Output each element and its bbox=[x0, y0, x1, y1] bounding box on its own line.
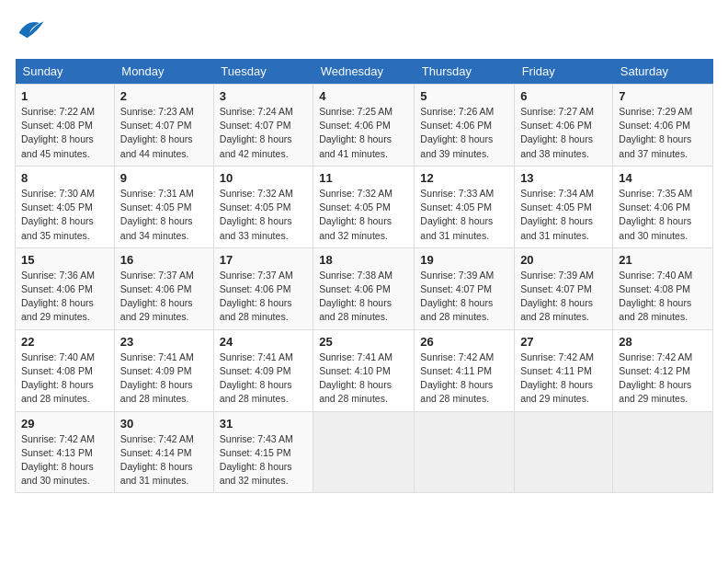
logo-icon bbox=[15, 15, 48, 48]
day-info: Sunrise: 7:32 AMSunset: 4:05 PMDaylight:… bbox=[319, 187, 408, 243]
column-header-wednesday: Wednesday bbox=[313, 59, 415, 85]
day-number: 16 bbox=[120, 253, 208, 267]
calendar-cell: 22Sunrise: 7:40 AMSunset: 4:08 PMDayligh… bbox=[16, 329, 115, 411]
calendar-cell: 3Sunrise: 7:24 AMSunset: 4:07 PMDaylight… bbox=[213, 85, 313, 167]
day-number: 28 bbox=[619, 335, 707, 349]
calendar-cell: 4Sunrise: 7:25 AMSunset: 4:06 PMDaylight… bbox=[313, 85, 415, 167]
day-info: Sunrise: 7:29 AMSunset: 4:06 PMDaylight:… bbox=[619, 105, 707, 161]
day-info: Sunrise: 7:37 AMSunset: 4:06 PMDaylight:… bbox=[220, 269, 307, 325]
column-header-saturday: Saturday bbox=[613, 59, 713, 85]
calendar-cell: 25Sunrise: 7:41 AMSunset: 4:10 PMDayligh… bbox=[313, 329, 415, 411]
calendar-cell: 23Sunrise: 7:41 AMSunset: 4:09 PMDayligh… bbox=[114, 329, 213, 411]
column-header-monday: Monday bbox=[114, 59, 213, 85]
calendar-cell: 12Sunrise: 7:33 AMSunset: 4:05 PMDayligh… bbox=[415, 166, 515, 247]
day-info: Sunrise: 7:32 AMSunset: 4:05 PMDaylight:… bbox=[220, 187, 307, 243]
day-number: 23 bbox=[120, 335, 208, 349]
day-info: Sunrise: 7:41 AMSunset: 4:10 PMDaylight:… bbox=[319, 350, 408, 407]
calendar-cell: 19Sunrise: 7:39 AMSunset: 4:07 PMDayligh… bbox=[415, 247, 515, 329]
calendar-cell: 2Sunrise: 7:23 AMSunset: 4:07 PMDaylight… bbox=[114, 85, 213, 167]
calendar-cell: 7Sunrise: 7:29 AMSunset: 4:06 PMDaylight… bbox=[613, 85, 713, 167]
calendar-cell bbox=[415, 411, 515, 493]
day-number: 2 bbox=[120, 89, 208, 103]
day-number: 19 bbox=[420, 253, 508, 267]
day-info: Sunrise: 7:36 AMSunset: 4:06 PMDaylight:… bbox=[21, 269, 108, 325]
calendar-cell: 13Sunrise: 7:34 AMSunset: 4:05 PMDayligh… bbox=[515, 166, 613, 247]
calendar-week-2: 8Sunrise: 7:30 AMSunset: 4:05 PMDaylight… bbox=[16, 166, 713, 247]
day-number: 22 bbox=[21, 335, 108, 349]
calendar-cell: 29Sunrise: 7:42 AMSunset: 4:13 PMDayligh… bbox=[16, 411, 115, 493]
page-header bbox=[15, 15, 713, 48]
calendar-week-3: 15Sunrise: 7:36 AMSunset: 4:06 PMDayligh… bbox=[16, 247, 713, 329]
calendar-body: 1Sunrise: 7:22 AMSunset: 4:08 PMDaylight… bbox=[16, 85, 713, 493]
calendar-cell: 9Sunrise: 7:31 AMSunset: 4:05 PMDaylight… bbox=[114, 166, 213, 247]
day-info: Sunrise: 7:27 AMSunset: 4:06 PMDaylight:… bbox=[520, 105, 607, 161]
day-number: 20 bbox=[520, 253, 607, 267]
day-number: 30 bbox=[120, 417, 208, 431]
calendar-cell: 30Sunrise: 7:42 AMSunset: 4:14 PMDayligh… bbox=[114, 411, 213, 493]
day-number: 9 bbox=[120, 171, 208, 185]
day-number: 10 bbox=[220, 171, 307, 185]
day-number: 29 bbox=[21, 417, 108, 431]
calendar-header-row: SundayMondayTuesdayWednesdayThursdayFrid… bbox=[16, 59, 713, 85]
calendar-cell bbox=[613, 411, 713, 493]
calendar-cell: 20Sunrise: 7:39 AMSunset: 4:07 PMDayligh… bbox=[515, 247, 613, 329]
calendar-cell: 21Sunrise: 7:40 AMSunset: 4:08 PMDayligh… bbox=[613, 247, 713, 329]
calendar-cell: 1Sunrise: 7:22 AMSunset: 4:08 PMDaylight… bbox=[16, 85, 115, 167]
day-info: Sunrise: 7:39 AMSunset: 4:07 PMDaylight:… bbox=[520, 269, 607, 325]
logo bbox=[15, 15, 51, 48]
calendar-cell: 14Sunrise: 7:35 AMSunset: 4:06 PMDayligh… bbox=[613, 166, 713, 247]
day-info: Sunrise: 7:25 AMSunset: 4:06 PMDaylight:… bbox=[319, 105, 408, 161]
day-number: 14 bbox=[619, 171, 707, 185]
calendar-cell: 24Sunrise: 7:41 AMSunset: 4:09 PMDayligh… bbox=[213, 329, 313, 411]
calendar-cell: 8Sunrise: 7:30 AMSunset: 4:05 PMDaylight… bbox=[16, 166, 115, 247]
day-number: 3 bbox=[220, 89, 307, 103]
day-info: Sunrise: 7:37 AMSunset: 4:06 PMDaylight:… bbox=[120, 269, 208, 325]
column-header-sunday: Sunday bbox=[16, 59, 115, 85]
calendar-cell: 18Sunrise: 7:38 AMSunset: 4:06 PMDayligh… bbox=[313, 247, 415, 329]
calendar-cell: 16Sunrise: 7:37 AMSunset: 4:06 PMDayligh… bbox=[114, 247, 213, 329]
day-number: 5 bbox=[420, 89, 508, 103]
day-number: 24 bbox=[220, 335, 307, 349]
day-info: Sunrise: 7:43 AMSunset: 4:15 PMDaylight:… bbox=[220, 432, 307, 488]
day-info: Sunrise: 7:42 AMSunset: 4:14 PMDaylight:… bbox=[120, 432, 208, 488]
day-info: Sunrise: 7:35 AMSunset: 4:06 PMDaylight:… bbox=[619, 187, 707, 243]
day-number: 15 bbox=[21, 253, 108, 267]
calendar-cell: 17Sunrise: 7:37 AMSunset: 4:06 PMDayligh… bbox=[213, 247, 313, 329]
calendar-cell: 6Sunrise: 7:27 AMSunset: 4:06 PMDaylight… bbox=[515, 85, 613, 167]
day-info: Sunrise: 7:30 AMSunset: 4:05 PMDaylight:… bbox=[21, 187, 108, 243]
day-info: Sunrise: 7:38 AMSunset: 4:06 PMDaylight:… bbox=[319, 269, 408, 325]
calendar-cell: 5Sunrise: 7:26 AMSunset: 4:06 PMDaylight… bbox=[415, 85, 515, 167]
day-number: 11 bbox=[319, 171, 408, 185]
calendar-cell: 15Sunrise: 7:36 AMSunset: 4:06 PMDayligh… bbox=[16, 247, 115, 329]
day-info: Sunrise: 7:31 AMSunset: 4:05 PMDaylight:… bbox=[120, 187, 208, 243]
calendar-cell: 26Sunrise: 7:42 AMSunset: 4:11 PMDayligh… bbox=[415, 329, 515, 411]
calendar-week-1: 1Sunrise: 7:22 AMSunset: 4:08 PMDaylight… bbox=[16, 85, 713, 167]
day-number: 6 bbox=[520, 89, 607, 103]
day-info: Sunrise: 7:40 AMSunset: 4:08 PMDaylight:… bbox=[21, 350, 108, 407]
day-info: Sunrise: 7:41 AMSunset: 4:09 PMDaylight:… bbox=[220, 350, 307, 407]
day-info: Sunrise: 7:42 AMSunset: 4:11 PMDaylight:… bbox=[520, 350, 607, 407]
day-number: 25 bbox=[319, 335, 408, 349]
column-header-friday: Friday bbox=[515, 59, 613, 85]
calendar-week-4: 22Sunrise: 7:40 AMSunset: 4:08 PMDayligh… bbox=[16, 329, 713, 411]
calendar-table: SundayMondayTuesdayWednesdayThursdayFrid… bbox=[15, 59, 713, 493]
calendar-cell bbox=[313, 411, 415, 493]
calendar-cell: 28Sunrise: 7:42 AMSunset: 4:12 PMDayligh… bbox=[613, 329, 713, 411]
day-info: Sunrise: 7:34 AMSunset: 4:05 PMDaylight:… bbox=[520, 187, 607, 243]
day-number: 12 bbox=[420, 171, 508, 185]
column-header-thursday: Thursday bbox=[415, 59, 515, 85]
calendar-cell: 27Sunrise: 7:42 AMSunset: 4:11 PMDayligh… bbox=[515, 329, 613, 411]
day-info: Sunrise: 7:42 AMSunset: 4:12 PMDaylight:… bbox=[619, 350, 707, 407]
day-info: Sunrise: 7:23 AMSunset: 4:07 PMDaylight:… bbox=[120, 105, 208, 161]
day-number: 18 bbox=[319, 253, 408, 267]
day-info: Sunrise: 7:26 AMSunset: 4:06 PMDaylight:… bbox=[420, 105, 508, 161]
day-number: 8 bbox=[21, 171, 108, 185]
day-number: 1 bbox=[21, 89, 108, 103]
day-number: 27 bbox=[520, 335, 607, 349]
day-info: Sunrise: 7:40 AMSunset: 4:08 PMDaylight:… bbox=[619, 269, 707, 325]
day-number: 31 bbox=[220, 417, 307, 431]
calendar-week-5: 29Sunrise: 7:42 AMSunset: 4:13 PMDayligh… bbox=[16, 411, 713, 493]
day-info: Sunrise: 7:24 AMSunset: 4:07 PMDaylight:… bbox=[220, 105, 307, 161]
day-number: 26 bbox=[420, 335, 508, 349]
calendar-cell bbox=[515, 411, 613, 493]
